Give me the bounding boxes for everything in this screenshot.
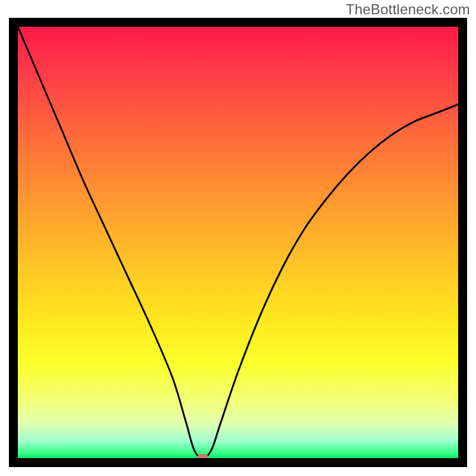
plot-area — [9, 18, 467, 467]
bottleneck-curve — [18, 27, 458, 458]
chart-frame: TheBottleneck.com — [0, 0, 476, 476]
curve-layer — [18, 27, 458, 458]
minimum-marker — [197, 454, 209, 462]
watermark-text: TheBottleneck.com — [346, 1, 470, 18]
